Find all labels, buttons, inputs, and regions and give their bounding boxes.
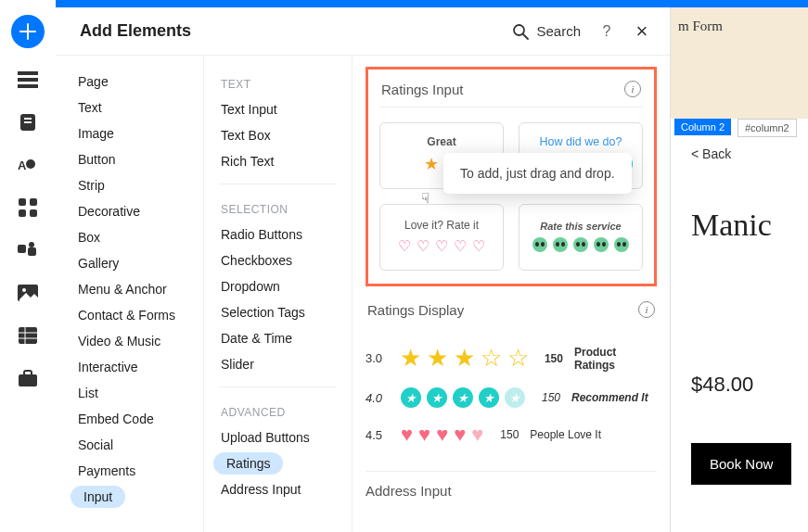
sub-checkboxes[interactable]: Checkboxes	[204, 247, 352, 273]
help-button[interactable]: ?	[597, 23, 616, 40]
sub-upload[interactable]: Upload Buttons	[204, 424, 352, 450]
svg-rect-16	[19, 327, 37, 344]
cat-social[interactable]: Social	[56, 432, 203, 458]
star-outline-icon: ☆	[481, 344, 502, 373]
sub-text-input[interactable]: Text Input	[204, 96, 352, 122]
editor-topbar	[56, 0, 808, 7]
search-button[interactable]: Search	[512, 23, 581, 40]
sub-dropdown[interactable]: Dropdown	[204, 273, 352, 299]
rating-display-row[interactable]: 4.0 ★ ★ ★ ★ ★ 150 Recommend It	[366, 380, 657, 415]
star-icon: ★	[505, 387, 525, 408]
sub-date-time[interactable]: Date & Time	[204, 325, 352, 351]
svg-rect-9	[19, 209, 26, 217]
group-text: TEXT	[204, 69, 352, 96]
alien-icon	[594, 237, 609, 252]
group-advanced: ADVANCED	[204, 397, 352, 424]
cat-gallery[interactable]: Gallery	[56, 250, 203, 276]
rail-icon-apps[interactable]	[17, 196, 39, 219]
score-value: 4.0	[366, 391, 390, 405]
cat-box[interactable]: Box	[56, 224, 203, 250]
product-title: Manic	[691, 208, 799, 243]
column-tag[interactable]: Column 2	[674, 119, 731, 135]
ratings-display-section: Ratings Display i 3.0 ★ ★ ★ ☆ ☆ 150 Prod…	[366, 299, 657, 499]
heart-half-icon: ♥	[471, 423, 483, 447]
rail-icon-data[interactable]	[17, 324, 39, 347]
cat-list[interactable]: List	[56, 380, 203, 406]
cat-strip[interactable]: Strip	[56, 172, 203, 198]
book-now-button[interactable]: Book Now	[691, 443, 791, 485]
close-button[interactable]: ×	[633, 19, 651, 44]
star-icon: ★	[454, 344, 475, 373]
rail-icon-page[interactable]	[17, 111, 39, 133]
cat-image[interactable]: Image	[56, 120, 203, 146]
canvas-column[interactable]: < Back Manic $48.00 Book Now	[671, 119, 808, 532]
rail-icon-section[interactable]	[17, 69, 39, 91]
cat-video-music[interactable]: Video & Music	[56, 328, 203, 354]
cat-payments[interactable]: Payments	[56, 458, 203, 484]
svg-rect-5	[24, 121, 32, 123]
rail-icon-media[interactable]	[17, 282, 39, 304]
star-icon: ★	[427, 387, 447, 408]
subcategory-list[interactable]: TEXT Text Input Text Box Rich Text SELEC…	[204, 56, 353, 532]
card-label: How did we do?	[527, 135, 635, 148]
heart-icon: ♥	[401, 423, 413, 447]
cat-input[interactable]: Input	[71, 486, 125, 508]
svg-rect-10	[30, 209, 37, 217]
left-rail: A	[0, 0, 56, 532]
rating-display-row[interactable]: 3.0 ★ ★ ★ ☆ ☆ 150 Product Ratings	[366, 336, 657, 380]
cat-menu-anchor[interactable]: Menu & Anchor	[56, 276, 203, 302]
heart-icon: ♡	[398, 237, 411, 255]
back-link[interactable]: < Back	[691, 146, 799, 161]
sub-ratings[interactable]: Ratings	[213, 452, 283, 475]
drag-tooltip: To add, just drag and drop.	[443, 153, 632, 194]
rating-label: Recommend It	[571, 391, 648, 404]
sub-slider[interactable]: Slider	[204, 351, 352, 377]
cat-embed[interactable]: Embed Code	[56, 406, 203, 432]
info-icon[interactable]: i	[624, 81, 641, 97]
svg-line-23	[523, 34, 528, 39]
cat-contact-forms[interactable]: Contact & Forms	[56, 302, 203, 328]
panel-header: Add Elements Search ? ×	[56, 7, 670, 56]
cat-button[interactable]: Button	[56, 146, 203, 172]
heart-icon: ♥	[454, 423, 466, 447]
score-value: 3.0	[366, 351, 389, 365]
rail-icon-theme[interactable]: A	[17, 154, 39, 176]
cat-page[interactable]: Page	[56, 69, 203, 95]
heart-icon: ♡	[472, 237, 485, 255]
rating-card-loveit[interactable]: Love it? Rate it ♡ ♡ ♡ ♡ ♡	[379, 204, 504, 271]
sub-selection-tags[interactable]: Selection Tags	[204, 299, 352, 325]
sub-radio[interactable]: Radio Buttons	[204, 222, 352, 247]
rail-icon-plugins[interactable]	[17, 239, 39, 261]
sub-text-box[interactable]: Text Box	[204, 122, 352, 148]
rating-display-row[interactable]: 4.5 ♥ ♥ ♥ ♥ ♥ 150 People Love It	[366, 415, 657, 454]
add-elements-button[interactable]	[11, 15, 45, 48]
heart-icon: ♡	[417, 237, 430, 255]
sub-address[interactable]: Address Input	[204, 476, 352, 502]
heart-icon: ♡	[454, 237, 467, 255]
divider	[219, 386, 337, 387]
info-icon[interactable]: i	[638, 301, 655, 318]
alien-icon	[532, 237, 547, 252]
cat-interactive[interactable]: Interactive	[56, 354, 203, 380]
rating-label: Product Ratings	[574, 346, 657, 372]
alien-icon	[553, 237, 568, 252]
cat-text[interactable]: Text	[56, 95, 203, 120]
category-list[interactable]: Page Text Image Button Strip Decorative …	[56, 56, 204, 532]
rating-card-ratethis[interactable]: Rate this service	[519, 204, 643, 271]
svg-rect-4	[24, 118, 32, 120]
svg-rect-2	[18, 84, 38, 88]
svg-point-15	[22, 288, 26, 292]
alien-icon	[573, 237, 588, 252]
rating-card-great[interactable]: Great ★ ★ To add, just drag and drop. ☟	[379, 122, 504, 189]
panel-title: Add Elements	[80, 21, 512, 41]
add-elements-panel: Add Elements Search ? × Page Text Image …	[56, 7, 671, 532]
svg-rect-7	[19, 198, 26, 206]
search-icon	[512, 23, 529, 40]
cat-decorative[interactable]: Decorative	[56, 198, 203, 224]
column-id[interactable]: #column2	[737, 119, 797, 137]
sub-rich-text[interactable]: Rich Text	[204, 148, 352, 174]
alien-icon	[614, 237, 629, 252]
rail-icon-business[interactable]	[17, 367, 39, 389]
rating-count: 150	[536, 391, 560, 404]
svg-point-13	[29, 242, 34, 247]
